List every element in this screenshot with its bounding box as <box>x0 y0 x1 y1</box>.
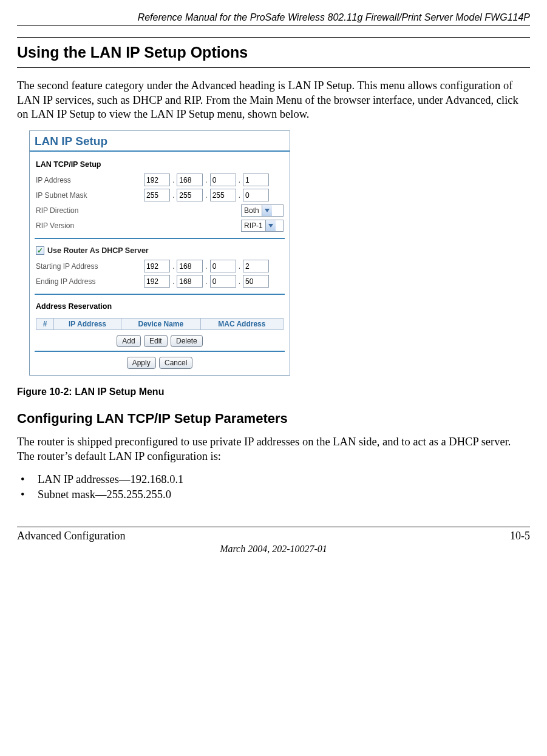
end-octet-1[interactable] <box>144 275 170 288</box>
rip-direction-row: RIP Direction Both <box>36 203 284 218</box>
apply-button[interactable]: Apply <box>127 357 156 369</box>
bullet-list: LAN IP addresses—192.168.0.1 Subnet mask… <box>17 472 530 502</box>
col-ip: IP Address <box>54 319 121 330</box>
section-title: Using the LAN IP Setup Options <box>17 41 530 64</box>
rip-direction-value: Both <box>244 206 259 215</box>
delete-button[interactable]: Delete <box>171 335 203 347</box>
reservation-heading: Address Reservation <box>36 302 284 311</box>
start-octet-1[interactable] <box>144 260 170 272</box>
start-octet-4[interactable] <box>243 260 269 272</box>
rip-direction-label: RIP Direction <box>36 206 143 215</box>
subsection-title: Configuring LAN TCP/IP Setup Parameters <box>17 411 530 427</box>
rip-version-row: RIP Version RIP-1 <box>36 218 284 233</box>
group-separator <box>35 294 285 295</box>
start-octet-3[interactable] <box>210 260 236 272</box>
dhcp-group: ✓ Use Router As DHCP Server Starting IP … <box>30 240 290 290</box>
ip-octet-3[interactable] <box>210 174 236 186</box>
rip-version-label: RIP Version <box>36 221 143 230</box>
ip-octet-2[interactable] <box>177 174 203 186</box>
svg-marker-1 <box>268 224 273 228</box>
dhcp-checkbox-row: ✓ Use Router As DHCP Server <box>36 246 284 255</box>
end-ip-label: Ending IP Address <box>36 277 143 286</box>
dot: . <box>237 191 242 200</box>
dot: . <box>171 262 175 271</box>
lan-ip-setup-panel: LAN IP Setup LAN TCP/IP Setup IP Address… <box>29 130 290 376</box>
col-num: # <box>36 319 54 330</box>
check-icon: ✓ <box>37 247 43 254</box>
tcpip-heading: LAN TCP/IP Setup <box>36 160 284 169</box>
footer-center: March 2004, 202-10027-01 <box>17 544 530 555</box>
dot: . <box>237 176 242 184</box>
dot: . <box>171 277 175 286</box>
section-rule-bottom <box>17 67 530 68</box>
tcpip-group: LAN TCP/IP Setup IP Address . . . IP Sub… <box>30 154 290 234</box>
figure-screenshot: LAN IP Setup LAN TCP/IP Setup IP Address… <box>29 130 290 376</box>
mask-octet-4[interactable] <box>243 189 269 201</box>
reservation-group: Address Reservation <box>30 296 290 316</box>
dot: . <box>204 262 208 271</box>
dhcp-checkbox[interactable]: ✓ <box>36 246 44 255</box>
footer-right: 10-5 <box>510 530 530 542</box>
mask-octet-2[interactable] <box>177 189 203 201</box>
mask-octet-3[interactable] <box>210 189 236 201</box>
rip-direction-select[interactable]: Both <box>241 204 284 217</box>
list-item: Subnet mask—255.255.255.0 <box>17 487 530 502</box>
subnet-mask-row: IP Subnet Mask . . . <box>36 187 284 203</box>
panel-footer-buttons: Apply Cancel <box>30 357 290 369</box>
intro-paragraph: The second feature category under the Ad… <box>17 79 530 122</box>
rip-version-value: RIP-1 <box>244 221 263 230</box>
col-device: Device Name <box>121 319 200 330</box>
footer-left: Advanced Configuration <box>17 530 125 542</box>
panel-title: LAN IP Setup <box>30 131 290 152</box>
group-separator <box>35 351 285 352</box>
running-header: Reference Manual for the ProSafe Wireles… <box>17 12 530 23</box>
svg-marker-0 <box>265 209 270 212</box>
header-rule <box>17 25 530 26</box>
dot: . <box>204 191 208 200</box>
section-rule-top <box>17 37 530 38</box>
subsection-body: The router is shipped preconfigured to u… <box>17 435 530 464</box>
subnet-mask-label: IP Subnet Mask <box>36 191 143 200</box>
end-octet-3[interactable] <box>210 275 236 288</box>
dot: . <box>237 277 242 286</box>
chevron-down-icon <box>262 205 272 216</box>
end-ip-row: Ending IP Address . . . <box>36 274 284 289</box>
ip-octet-1[interactable] <box>144 174 170 186</box>
footer-row: Advanced Configuration 10-5 <box>17 530 530 542</box>
start-octet-2[interactable] <box>177 260 203 272</box>
dot: . <box>171 176 175 184</box>
footer-rule <box>17 527 530 527</box>
add-button[interactable]: Add <box>117 335 140 347</box>
list-item: LAN IP addresses—192.168.0.1 <box>17 472 530 487</box>
ip-address-label: IP Address <box>36 176 143 184</box>
start-ip-row: Starting IP Address . . . <box>36 258 284 274</box>
group-separator <box>35 238 285 239</box>
ip-address-row: IP Address . . . <box>36 172 284 187</box>
reservation-buttons: Add Edit Delete <box>30 335 290 347</box>
dhcp-checkbox-label: Use Router As DHCP Server <box>47 246 149 255</box>
edit-button[interactable]: Edit <box>144 335 168 347</box>
chevron-down-icon <box>265 220 276 231</box>
dot: . <box>171 191 175 200</box>
dot: . <box>237 262 242 271</box>
reservation-table: # IP Address Device Name MAC Address <box>36 318 284 330</box>
col-mac: MAC Address <box>200 319 283 330</box>
end-octet-2[interactable] <box>177 275 203 288</box>
end-octet-4[interactable] <box>243 275 269 288</box>
start-ip-label: Starting IP Address <box>36 262 143 271</box>
dot: . <box>204 176 208 184</box>
cancel-button[interactable]: Cancel <box>159 357 192 369</box>
rip-version-select[interactable]: RIP-1 <box>241 220 284 232</box>
dot: . <box>204 277 208 286</box>
table-header-row: # IP Address Device Name MAC Address <box>36 319 284 330</box>
ip-octet-4[interactable] <box>243 174 269 186</box>
mask-octet-1[interactable] <box>144 189 170 201</box>
figure-caption: Figure 10-2: LAN IP Setup Menu <box>17 386 530 397</box>
